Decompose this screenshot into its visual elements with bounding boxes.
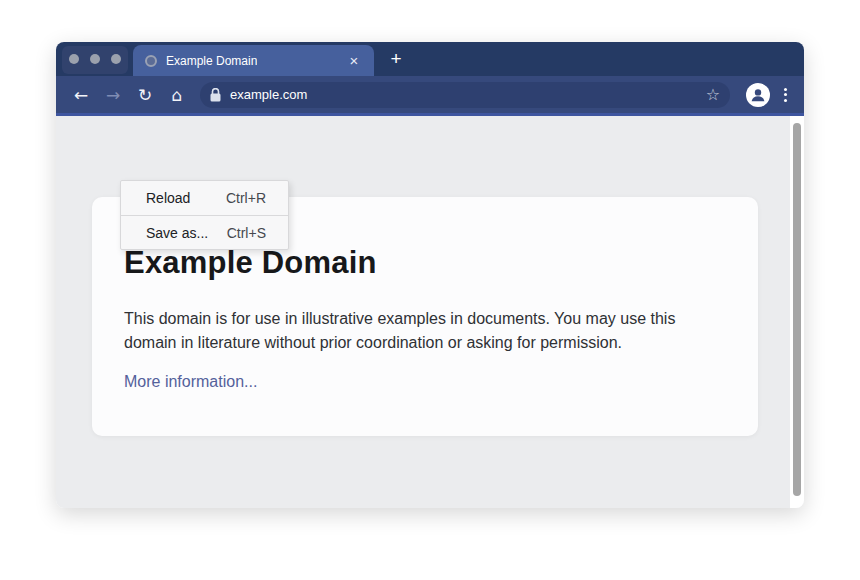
globe-favicon-icon bbox=[145, 55, 157, 67]
reload-icon[interactable]: ↻ bbox=[134, 84, 156, 106]
menu-item-save-as[interactable]: Save as... Ctrl+S bbox=[121, 215, 288, 249]
profile-avatar[interactable] bbox=[746, 83, 770, 107]
menu-item-reload[interactable]: Reload Ctrl+R bbox=[121, 181, 288, 215]
tab-close-icon[interactable]: × bbox=[346, 53, 362, 69]
url-text: example.com bbox=[230, 87, 307, 102]
browser-window: Example Domain × + ← → ↻ ⌂ example.com ☆ bbox=[56, 42, 804, 508]
lock-icon bbox=[210, 88, 221, 102]
window-zoom-button[interactable] bbox=[111, 54, 121, 64]
context-menu: Reload Ctrl+R Save as... Ctrl+S bbox=[120, 180, 289, 250]
tab-example-domain[interactable]: Example Domain × bbox=[133, 45, 374, 76]
browser-toolbar: ← → ↻ ⌂ example.com ☆ bbox=[56, 76, 804, 113]
bookmark-star-icon[interactable]: ☆ bbox=[706, 86, 720, 104]
menu-item-label: Reload bbox=[146, 190, 190, 206]
more-information-link[interactable]: More information... bbox=[124, 373, 257, 391]
forward-icon[interactable]: → bbox=[102, 84, 124, 106]
back-icon[interactable]: ← bbox=[70, 84, 92, 106]
page-title: Example Domain bbox=[124, 245, 726, 281]
tab-title: Example Domain bbox=[166, 54, 257, 68]
tab-strip: Example Domain × + bbox=[56, 42, 804, 76]
new-tab-button[interactable]: + bbox=[383, 47, 409, 73]
menu-kebab-icon[interactable] bbox=[780, 85, 790, 105]
menu-item-shortcut: Ctrl+S bbox=[227, 225, 266, 241]
window-minimize-button[interactable] bbox=[90, 54, 100, 64]
page-viewport: Example Domain This domain is for use in… bbox=[56, 116, 804, 508]
scrollbar-thumb[interactable] bbox=[793, 123, 801, 496]
page-paragraph: This domain is for use in illustrative e… bbox=[124, 307, 712, 355]
home-icon[interactable]: ⌂ bbox=[166, 84, 188, 106]
menu-item-shortcut: Ctrl+R bbox=[226, 190, 266, 206]
address-bar[interactable]: example.com ☆ bbox=[200, 82, 730, 108]
window-close-button[interactable] bbox=[69, 54, 79, 64]
menu-item-label: Save as... bbox=[146, 225, 208, 241]
